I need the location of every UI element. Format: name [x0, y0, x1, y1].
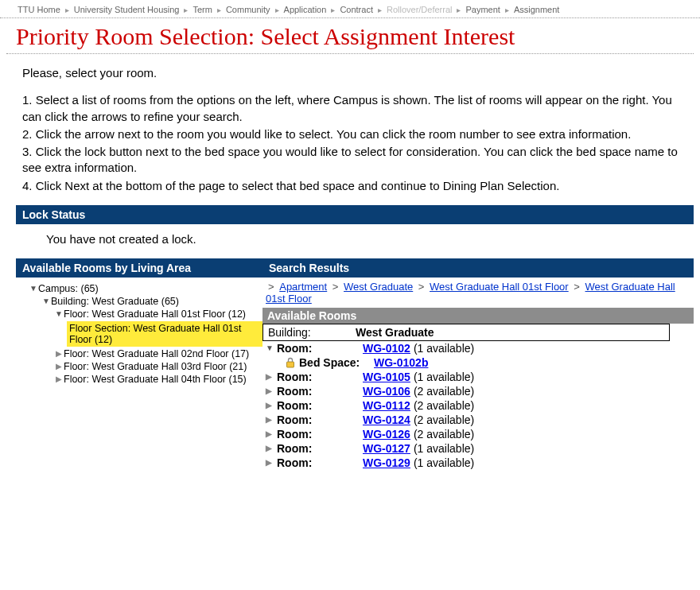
expand-icon[interactable]: [266, 386, 277, 395]
results-breadcrumb: > Apartment > West Graduate > West Gradu…: [262, 278, 694, 305]
room-label: Room:: [277, 442, 363, 455]
breadcrumb: TTU Home▸University Student Housing▸Term…: [0, 0, 700, 18]
available-rooms-header: Available Rooms: [262, 308, 694, 324]
results-crumb-link[interactable]: West Graduate: [344, 281, 413, 293]
room-row: Room:WG-0112 (2 available): [262, 398, 694, 413]
expand-icon[interactable]: [266, 372, 277, 381]
expand-icon[interactable]: [266, 444, 277, 452]
expand-icon[interactable]: [266, 344, 277, 352]
availability-text: (1 available): [414, 371, 474, 383]
room-row: Room:WG-0124 (2 available): [262, 413, 694, 427]
tree-floor-4[interactable]: Floor: West Graduate Hall 04th Floor (15…: [16, 373, 262, 386]
availability-text: (1 available): [414, 342, 474, 355]
tree-label-highlight: Floor Section: West Graduate Hall 01st F…: [67, 321, 262, 347]
instruction-step: 4. Click Next at the bottom of the page …: [22, 178, 678, 194]
room-link[interactable]: WG-0127: [363, 442, 410, 455]
tree-label: Floor: West Graduate Hall 01st Floor (12…: [64, 309, 246, 320]
results-crumb-link[interactable]: West Graduate Hall 01st Floor: [430, 281, 569, 293]
breadcrumb-link[interactable]: Payment: [465, 5, 500, 14]
bed-space-row: Bed Space:WG-0102b: [262, 355, 694, 370]
expand-icon[interactable]: [54, 309, 64, 318]
breadcrumb-link[interactable]: TTU Home: [18, 5, 60, 14]
room-link[interactable]: WG-0112: [363, 399, 410, 412]
tree-floor-1[interactable]: Floor: West Graduate Hall 01st Floor (12…: [16, 308, 262, 320]
room-tree: Campus: (65) Building: West Graduate (65…: [16, 278, 262, 390]
lock-status-header: Lock Status: [16, 205, 694, 224]
breadcrumb-link[interactable]: Contract: [340, 5, 373, 14]
expand-icon[interactable]: [266, 458, 277, 467]
breadcrumb-link[interactable]: Application: [284, 5, 327, 14]
building-label: Building:: [268, 326, 356, 339]
chevron-right-icon: ▸: [217, 6, 221, 14]
svg-rect-0: [287, 362, 294, 367]
room-row: Room:WG-0102 (1 available): [262, 341, 694, 355]
breadcrumb-link[interactable]: Term: [192, 5, 212, 14]
chevron-right-icon: ▸: [184, 6, 188, 14]
expand-icon[interactable]: [54, 375, 64, 383]
room-label: Room:: [277, 456, 363, 469]
right-column-header: Search Results: [262, 258, 694, 278]
room-label: Room:: [277, 428, 363, 441]
chevron-right-icon: ▸: [378, 6, 382, 14]
room-label: Room:: [277, 371, 363, 383]
room-label: Room:: [277, 342, 363, 355]
availability-text: (2 available): [414, 428, 474, 441]
room-link[interactable]: WG-0124: [363, 413, 410, 426]
divider: [6, 53, 694, 54]
expand-icon[interactable]: [266, 415, 277, 424]
instruction-step: 3. Click the lock button next to the bed…: [22, 144, 678, 177]
page-title: Priority Room Selection: Select Assignme…: [16, 23, 700, 50]
room-label: Room:: [277, 385, 363, 398]
expand-icon[interactable]: [54, 349, 64, 358]
expand-icon[interactable]: [29, 284, 38, 293]
room-link[interactable]: WG-0129: [363, 456, 410, 469]
tree-building[interactable]: Building: West Graduate (65): [16, 295, 262, 308]
availability-text: (1 available): [414, 442, 474, 455]
room-link[interactable]: WG-0105: [363, 371, 410, 383]
room-link[interactable]: WG-0102: [363, 342, 410, 355]
tree-label: Building: West Graduate (65): [51, 296, 179, 307]
chevron-right-icon: ▸: [505, 6, 509, 14]
expand-icon[interactable]: [41, 297, 51, 305]
left-column-header: Available Rooms by Living Area: [16, 258, 262, 278]
tree-floor-2[interactable]: Floor: West Graduate Hall 02nd Floor (17…: [16, 347, 262, 360]
instruction-step: 1. Select a list of rooms from the optio…: [22, 92, 678, 125]
breadcrumb-link: Rollover/Deferral: [387, 5, 453, 14]
expand-icon[interactable]: [266, 429, 277, 438]
chevron-right-icon: ▸: [65, 6, 69, 14]
tree-floor-section-selected[interactable]: Floor Section: West Graduate Hall 01st F…: [16, 320, 262, 347]
tree-label: Floor: West Graduate Hall 02nd Floor (17…: [64, 348, 249, 359]
room-label: Room:: [277, 413, 363, 426]
lock-status-text: You have not created a lock.: [0, 224, 700, 258]
room-row: Room:WG-0105 (1 available): [262, 370, 694, 384]
instructions-block: Please, select your room. 1. Select a li…: [0, 65, 700, 194]
instruction-step: 2. Click the arrow next to the room you …: [22, 126, 678, 142]
room-label: Room:: [277, 399, 363, 412]
expand-icon[interactable]: [54, 362, 64, 371]
room-row: Room:WG-0129 (1 available): [262, 456, 694, 470]
availability-text: (2 available): [414, 399, 474, 412]
room-row: Room:WG-0106 (2 available): [262, 384, 694, 398]
bed-space-link[interactable]: WG-0102b: [374, 356, 428, 369]
expand-icon[interactable]: [266, 401, 277, 410]
results-crumb-link[interactable]: Apartment: [279, 281, 327, 293]
building-value: West Graduate: [356, 326, 434, 339]
chevron-right-icon: ▸: [331, 6, 335, 14]
tree-label: Campus: (65): [38, 283, 99, 294]
room-link[interactable]: WG-0106: [363, 385, 410, 398]
breadcrumb-link[interactable]: Community: [226, 5, 270, 14]
breadcrumb-link[interactable]: University Student Housing: [74, 5, 180, 14]
room-row: Room:WG-0126 (2 available): [262, 427, 694, 441]
chevron-right-icon: ▸: [457, 6, 461, 14]
intro-text: Please, select your room.: [22, 65, 678, 81]
lock-icon[interactable]: [285, 357, 296, 368]
room-link[interactable]: WG-0126: [363, 428, 410, 441]
tree-campus[interactable]: Campus: (65): [16, 282, 262, 295]
availability-text: (2 available): [414, 385, 474, 398]
tree-floor-3[interactable]: Floor: West Graduate Hall 03rd Floor (21…: [16, 360, 262, 373]
availability-text: (1 available): [414, 456, 474, 469]
building-row: Building: West Graduate: [262, 324, 670, 341]
availability-text: (2 available): [414, 413, 474, 426]
tree-label: Floor: West Graduate Hall 03rd Floor (21…: [64, 361, 247, 372]
breadcrumb-link[interactable]: Assignment: [514, 5, 559, 14]
